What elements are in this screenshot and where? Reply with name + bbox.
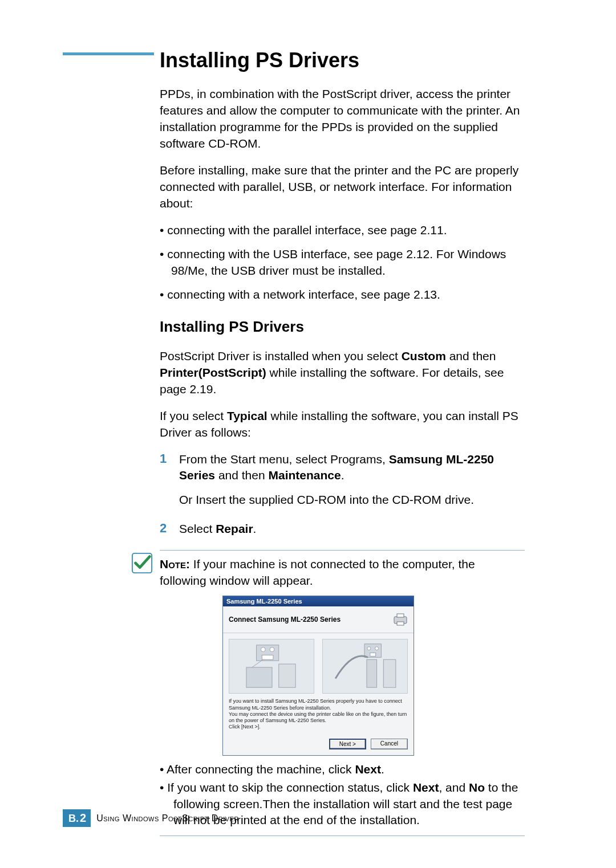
- dialog-message: If you want to install Samsung ML-2250 S…: [223, 698, 414, 735]
- footer-section-title: Using Windows PostScript Driver: [96, 813, 239, 824]
- step-number: 2: [160, 521, 167, 536]
- note-text: Note: If your machine is not connected t…: [160, 556, 525, 589]
- page-footer: B.2 Using Windows PostScript Driver: [63, 809, 239, 827]
- svg-point-7: [270, 647, 274, 652]
- svg-rect-3: [397, 622, 404, 625]
- intro-bullets: connecting with the parallel interface, …: [160, 222, 525, 303]
- svg-point-15: [375, 647, 379, 650]
- svg-rect-2: [397, 614, 404, 617]
- page-title: Installing PS Drivers: [160, 48, 525, 72]
- step-number: 1: [160, 451, 167, 466]
- step-2: 2 Select Repair.: [160, 521, 525, 537]
- dialog-image-parallel: [229, 639, 314, 694]
- section-subtitle: Installing PS Drivers: [160, 318, 525, 336]
- intro-paragraph-1: PPDs, in combination with the PostScript…: [160, 86, 525, 152]
- svg-point-6: [261, 647, 265, 652]
- intro-paragraph-2: Before installing, make sure that the pr…: [160, 162, 525, 212]
- svg-point-14: [367, 647, 371, 650]
- note-bullet-1: After connecting the machine, click Next…: [160, 761, 525, 778]
- step-1-line-1: From the Start menu, select Programs, Sa…: [179, 451, 525, 484]
- dialog-images: [223, 633, 414, 698]
- svg-rect-8: [262, 655, 273, 660]
- intro-bullet-3: connecting with a network interface, see…: [160, 287, 525, 303]
- intro-bullet-2: connecting with the USB interface, see p…: [160, 246, 525, 279]
- step-1: 1 From the Start menu, select Programs, …: [160, 451, 525, 509]
- svg-rect-16: [370, 653, 376, 657]
- intro-bullet-1: connecting with the parallel interface, …: [160, 222, 525, 239]
- dialog-cancel-button[interactable]: Cancel: [371, 739, 408, 749]
- svg-rect-9: [246, 667, 272, 687]
- step-1-line-2: Or Insert the supplied CD-ROM into the C…: [179, 492, 525, 508]
- printer-icon: [393, 612, 408, 627]
- note-rule-bottom: [160, 836, 525, 836]
- top-accent-rule: [63, 52, 154, 55]
- svg-rect-10: [279, 665, 295, 688]
- sub-paragraph-2: If you select Typical while installing t…: [160, 408, 525, 441]
- footer-page-box: B.2: [63, 809, 91, 827]
- svg-rect-17: [367, 660, 377, 688]
- dialog-titlebar: Samsung ML-2250 Series: [223, 596, 414, 606]
- checkmark-icon: [131, 552, 153, 574]
- note-rule-top: [160, 550, 525, 551]
- dialog-heading: Connect Samsung ML-2250 Series: [229, 616, 341, 624]
- connect-dialog: Samsung ML-2250 Series Connect Samsung M…: [222, 596, 414, 755]
- note-block: Note: If your machine is not connected t…: [160, 550, 525, 836]
- sub-paragraph-1: PostScript Driver is installed when you …: [160, 348, 525, 398]
- svg-rect-18: [383, 660, 396, 688]
- step-2-line: Select Repair.: [179, 521, 525, 537]
- dialog-next-button[interactable]: Next >: [329, 739, 366, 749]
- dialog-image-usb: [322, 639, 408, 694]
